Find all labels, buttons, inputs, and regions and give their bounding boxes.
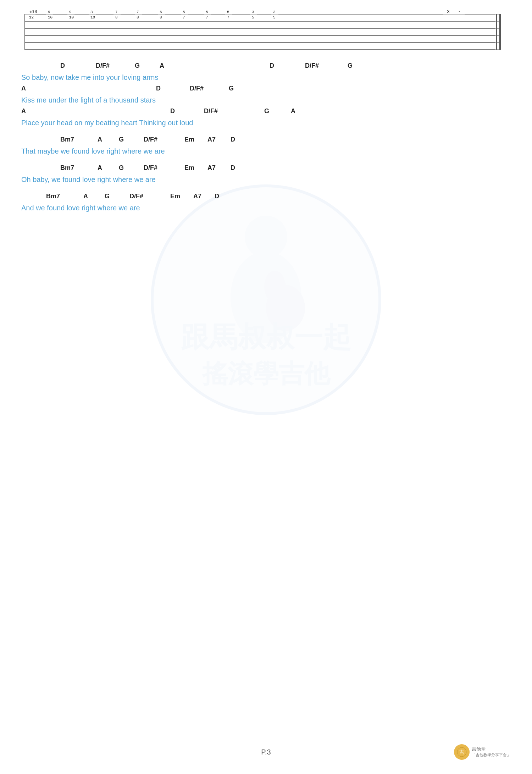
watermark-text: 跟馬叔叔一起 搖滾學吉他 xyxy=(163,319,369,391)
svg-text:8: 8 xyxy=(90,10,93,14)
chord-line-3: A D D/F# G A xyxy=(21,107,511,118)
chord-line-6: Bm7 A G D/F# Em A7 D xyxy=(21,193,511,203)
lyric-text-3: Place your head on my beating heart Thin… xyxy=(21,119,193,127)
svg-text:7: 7 xyxy=(206,15,208,20)
svg-text:6: 6 xyxy=(160,10,162,14)
svg-text:5: 5 xyxy=(227,10,229,14)
chord-DF5: D/F# xyxy=(144,136,157,143)
lyric-text-4: That maybe we found love right where we … xyxy=(21,147,165,155)
svg-text:7: 7 xyxy=(227,15,229,20)
page-content: 10 -- 10 9 9 8 7 7 6 5 5 5 3 3 12 10 10 … xyxy=(0,0,532,242)
svg-text:5: 5 xyxy=(252,15,254,20)
chord-G5: G xyxy=(119,136,124,143)
lyric-line-5: Oh baby, we found love right where we ar… xyxy=(21,176,511,186)
svg-text:7: 7 xyxy=(183,15,185,20)
chord-D7: D xyxy=(215,193,219,200)
svg-text:3: 3 xyxy=(273,10,276,14)
chord-D1: D xyxy=(60,62,65,70)
footer-logo-subtitle: 「吉他教學分享平台」 xyxy=(472,752,511,757)
lyric-text-6: And we found love right where we are xyxy=(21,204,140,212)
chord-A2: A xyxy=(21,85,26,92)
svg-point-72 xyxy=(264,271,286,303)
svg-text:3: 3 xyxy=(447,9,450,15)
svg-text:8: 8 xyxy=(115,15,118,20)
chord-G6: G xyxy=(119,164,124,172)
chord-Bm7-2: Bm7 xyxy=(60,164,74,172)
section-group-3: Bm7 A G D/F# Em A7 D Oh baby, we found l… xyxy=(21,164,511,186)
tab-svg: 10 -- 10 9 9 8 7 7 6 5 5 5 3 3 12 10 10 … xyxy=(21,7,511,53)
footer: P.3 吉 吉他堂 「吉他教學分享平台」 xyxy=(0,744,532,760)
svg-text:9: 9 xyxy=(69,10,72,14)
chord-G2: G xyxy=(348,62,353,70)
lyric-text-5: Oh baby, we found love right where we ar… xyxy=(21,176,156,183)
chord-G1: G xyxy=(135,62,140,70)
chord-line-1: D D/F# G A D D/F# G xyxy=(21,62,511,73)
svg-text:8: 8 xyxy=(160,15,162,20)
chord-G4: G xyxy=(264,107,269,115)
svg-text:9: 9 xyxy=(48,10,50,14)
footer-logo-text: 吉他堂 「吉他教學分享平台」 xyxy=(472,746,511,757)
svg-text:8: 8 xyxy=(137,15,139,20)
svg-point-70 xyxy=(231,251,301,343)
lyric-line-2: Kiss me under the light of a thousand st… xyxy=(21,96,511,106)
svg-text:12: 12 xyxy=(29,15,34,20)
chord-D3: D xyxy=(156,85,161,92)
chord-Em2: Em xyxy=(184,164,194,172)
footer-logo-name: 吉他堂 xyxy=(472,746,511,752)
chord-D2: D xyxy=(270,62,274,70)
chord-DF1: D/F# xyxy=(96,62,110,70)
chord-A7-3: A7 xyxy=(193,193,201,200)
svg-text:7: 7 xyxy=(115,10,118,14)
lyric-text-2: Kiss me under the light of a thousand st… xyxy=(21,96,156,104)
chord-DF2: D/F# xyxy=(305,62,319,70)
chord-D5: D xyxy=(231,136,235,143)
lyric-text-1: So baby, now take me into your loving ar… xyxy=(21,73,158,81)
footer-logo-icon: 吉 xyxy=(454,744,470,760)
watermark-line2: 搖滾學吉他 xyxy=(163,357,369,391)
chord-A4: A xyxy=(291,107,295,115)
svg-text:10: 10 xyxy=(29,10,34,14)
lyric-line-4: That maybe we found love right where we … xyxy=(21,147,511,157)
chord-G3: G xyxy=(229,85,234,92)
footer-logo: 吉 吉他堂 「吉他教學分享平台」 xyxy=(348,744,511,760)
chord-line-5: Bm7 A G D/F# Em A7 D xyxy=(21,164,511,175)
chord-Em3: Em xyxy=(170,193,180,200)
chord-Bm7-1: Bm7 xyxy=(60,136,74,143)
svg-text:5: 5 xyxy=(206,10,208,14)
section-group-2: Bm7 A G D/F# Em A7 D That maybe we found… xyxy=(21,136,511,157)
chord-A7-1: A7 xyxy=(207,136,216,143)
lyric-line-6: And we found love right where we are xyxy=(21,204,511,214)
svg-text:5: 5 xyxy=(183,10,185,14)
chord-A5: A xyxy=(98,136,102,143)
svg-text:·: · xyxy=(458,9,461,15)
chord-D6: D xyxy=(231,164,235,172)
chord-A6: A xyxy=(98,164,102,172)
svg-point-71 xyxy=(266,285,305,331)
svg-text:10: 10 xyxy=(90,15,95,20)
svg-text:5: 5 xyxy=(273,15,276,20)
lyric-line-3: Place your head on my beating heart Thin… xyxy=(21,119,511,129)
page-number: P.3 xyxy=(184,748,348,756)
chord-Bm7-3: Bm7 xyxy=(46,193,60,200)
section-group-1: D D/F# G A D D/F# G So baby, now take me… xyxy=(21,62,511,129)
chord-DF3: D/F# xyxy=(190,85,204,92)
svg-text:3: 3 xyxy=(252,10,254,14)
lyric-line-1: So baby, now take me into your loving ar… xyxy=(21,73,511,83)
section-group-4: Bm7 A G D/F# Em A7 D And we found love r… xyxy=(21,193,511,214)
chord-A7: A xyxy=(83,193,88,200)
svg-text:吉: 吉 xyxy=(459,750,464,755)
chord-DF6: D/F# xyxy=(144,164,157,172)
svg-text:7: 7 xyxy=(137,10,139,14)
chord-A7-2: A7 xyxy=(207,164,216,172)
svg-text:10: 10 xyxy=(69,15,74,20)
chord-D4: D xyxy=(170,107,175,115)
tab-area: 10 -- 10 9 9 8 7 7 6 5 5 5 3 3 12 10 10 … xyxy=(21,7,511,55)
chord-line-2: A D D/F# G xyxy=(21,85,511,95)
chord-A3: A xyxy=(21,107,26,115)
chord-A1: A xyxy=(160,62,164,70)
chord-DF7: D/F# xyxy=(129,193,143,200)
chord-line-4: Bm7 A G D/F# Em A7 D xyxy=(21,136,511,146)
chord-DF4: D/F# xyxy=(204,107,218,115)
chord-G7: G xyxy=(105,193,110,200)
watermark-line1: 跟馬叔叔一起 xyxy=(163,319,369,357)
